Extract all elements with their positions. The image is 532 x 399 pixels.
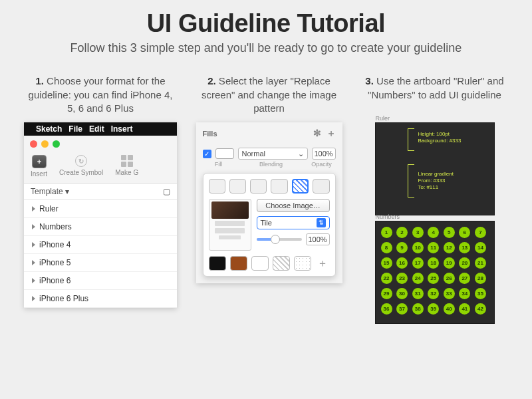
menu-app[interactable]: Sketch xyxy=(36,124,62,134)
make-grid-button[interactable]: Make G xyxy=(115,155,138,176)
fill-flat-button[interactable] xyxy=(209,179,225,194)
number-dot[interactable]: 28 xyxy=(475,273,486,284)
swatch-preset[interactable] xyxy=(230,256,247,271)
menu-insert[interactable]: Insert xyxy=(111,124,133,134)
spec-text: Height: 100ptBackground: #333 xyxy=(418,131,462,144)
number-dot[interactable]: 29 xyxy=(381,288,392,299)
number-dot[interactable]: 2 xyxy=(396,227,408,238)
step-2: 2. Select the layer "Replace screen" and… xyxy=(196,74,342,324)
number-dot[interactable]: 26 xyxy=(444,273,455,284)
layer-list: Ruler Numbers iPhone 4 iPhone 5 iPhone 6… xyxy=(24,200,177,308)
template-dropdown[interactable]: Template ▾ ▢ xyxy=(24,184,177,200)
number-dot[interactable]: 16 xyxy=(396,257,408,269)
number-dot[interactable]: 32 xyxy=(428,288,439,299)
number-dot[interactable]: 13 xyxy=(459,242,470,253)
number-dot[interactable]: 18 xyxy=(428,257,439,269)
number-dot[interactable]: 33 xyxy=(444,288,455,299)
number-dot[interactable]: 34 xyxy=(459,288,470,299)
number-dot[interactable]: 31 xyxy=(412,288,424,299)
scale-slider[interactable] xyxy=(257,238,302,241)
number-dot[interactable]: 17 xyxy=(412,257,424,269)
number-dot[interactable]: 8 xyxy=(381,242,392,253)
fill-linear-button[interactable] xyxy=(229,179,246,194)
fill-pattern-button[interactable] xyxy=(292,179,309,194)
chevron-right-icon xyxy=(32,296,35,301)
number-dot[interactable]: 22 xyxy=(381,273,392,284)
number-dot[interactable]: 39 xyxy=(428,303,439,315)
number-dot[interactable]: 25 xyxy=(428,273,439,284)
number-dot[interactable]: 41 xyxy=(459,303,470,315)
menubar[interactable]: Sketch File Edit Insert xyxy=(24,122,177,136)
number-dot[interactable]: 40 xyxy=(444,303,455,315)
number-dot[interactable]: 15 xyxy=(381,257,392,269)
swatch-preset[interactable] xyxy=(294,256,311,271)
fill-angular-button[interactable] xyxy=(271,179,287,194)
gear-icon[interactable]: ✻ xyxy=(313,128,321,140)
number-dot[interactable]: 10 xyxy=(412,242,424,253)
list-item[interactable]: iPhone 6 xyxy=(24,272,177,290)
toolbar: ＋Insert ↻Create Symbol Make G xyxy=(24,152,177,184)
number-dot[interactable]: 36 xyxy=(381,303,392,315)
step-1-caption: 1. Choose your format for the guideline:… xyxy=(24,74,177,122)
list-item[interactable]: iPhone 4 xyxy=(24,236,177,254)
fill-radial-button[interactable] xyxy=(250,179,267,194)
swatch-preset[interactable] xyxy=(273,256,290,271)
numbers-artboard[interactable]: Numbers 12345678910111213141516171819202… xyxy=(375,221,495,324)
number-dot[interactable]: 7 xyxy=(475,227,486,238)
plus-icon[interactable]: ＋ xyxy=(327,128,336,140)
fill-checkbox[interactable]: ✓ xyxy=(203,150,211,158)
list-item[interactable]: Numbers xyxy=(24,218,177,236)
blend-mode-select[interactable]: Normal⌄ xyxy=(238,148,308,160)
opacity-field[interactable]: 100% xyxy=(312,148,336,160)
number-dot[interactable]: 24 xyxy=(412,273,424,284)
insert-button[interactable]: ＋Insert xyxy=(31,155,47,178)
ruler-artboard[interactable]: Ruler Height: 100ptBackground: #333 Line… xyxy=(375,122,495,215)
number-dot[interactable]: 38 xyxy=(412,303,424,315)
minimize-icon[interactable] xyxy=(41,140,49,148)
fill-type-tabs xyxy=(209,179,330,194)
number-dot[interactable]: 20 xyxy=(459,257,470,269)
fill-noise-button[interactable] xyxy=(313,179,329,194)
number-dot[interactable]: 35 xyxy=(475,288,486,299)
list-item[interactable]: Ruler xyxy=(24,200,177,218)
panel-collapse-icon[interactable]: ▢ xyxy=(163,187,170,196)
fill-row: ✓ Normal⌄ 100% xyxy=(196,145,342,161)
choose-image-button[interactable]: Choose Image… xyxy=(257,199,330,212)
add-swatch-button[interactable]: ＋ xyxy=(315,257,330,271)
zoom-icon[interactable] xyxy=(53,140,60,148)
chevron-right-icon xyxy=(32,206,35,211)
number-dot[interactable]: 14 xyxy=(475,242,486,253)
close-icon[interactable] xyxy=(30,140,37,148)
menu-edit[interactable]: Edit xyxy=(89,124,104,134)
number-dot[interactable]: 23 xyxy=(396,273,408,284)
scale-field[interactable]: 100% xyxy=(306,233,330,245)
number-dot[interactable]: 9 xyxy=(396,242,408,253)
pattern-thumbnail[interactable] xyxy=(209,199,251,251)
number-dot[interactable]: 37 xyxy=(396,303,408,315)
menu-file[interactable]: File xyxy=(68,124,82,134)
list-item[interactable]: iPhone 5 xyxy=(24,254,177,272)
number-dot[interactable]: 42 xyxy=(475,303,486,315)
step-2-caption: 2. Select the layer "Replace screen" and… xyxy=(196,74,342,122)
swatch-preset[interactable] xyxy=(251,256,269,271)
number-dot[interactable]: 11 xyxy=(428,242,439,253)
tutorial-columns: 1. Choose your format for the guideline:… xyxy=(0,60,532,324)
number-dot[interactable]: 3 xyxy=(412,227,424,238)
swatch-preset[interactable] xyxy=(209,256,226,271)
artboard-label: Ruler xyxy=(376,115,390,122)
number-dot[interactable]: 1 xyxy=(381,227,392,238)
number-dot[interactable]: 5 xyxy=(444,227,455,238)
number-dot[interactable]: 6 xyxy=(459,227,470,238)
chevron-right-icon xyxy=(32,224,35,229)
tile-mode-select[interactable]: Tile⇅ xyxy=(257,216,330,229)
number-dot[interactable]: 12 xyxy=(444,242,455,253)
number-dot[interactable]: 27 xyxy=(459,273,470,284)
number-dot[interactable]: 19 xyxy=(444,257,455,269)
chevron-right-icon xyxy=(32,260,35,265)
number-dot[interactable]: 4 xyxy=(428,227,439,238)
number-dot[interactable]: 21 xyxy=(475,257,486,269)
create-symbol-button[interactable]: ↻Create Symbol xyxy=(59,155,103,176)
list-item[interactable]: iPhone 6 Plus xyxy=(24,290,177,308)
fill-swatch[interactable] xyxy=(215,148,234,159)
number-dot[interactable]: 30 xyxy=(396,288,408,299)
